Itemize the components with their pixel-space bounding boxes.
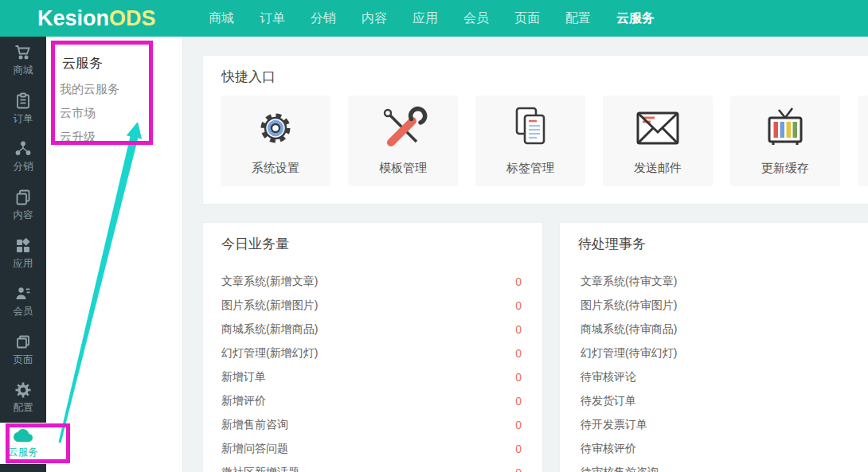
top-nav: 商城 订单 分销 内容 应用 会员 页面 配置 云服务 xyxy=(209,0,655,37)
row-label: 幻灯管理(新增幻灯) xyxy=(221,346,318,361)
nav-item-orders[interactable]: 订单 xyxy=(260,10,285,27)
sidebar-item-mall[interactable]: 商城 xyxy=(0,37,46,85)
quick-entry-card: 快捷入口 系统设置 模板管理 xyxy=(202,55,868,205)
nav-item-apps[interactable]: 应用 xyxy=(412,10,438,27)
row-label: 幻灯管理(待审幻灯) xyxy=(581,346,677,361)
table-row: 待审核评论 xyxy=(560,365,868,389)
sidebar-item-pages[interactable]: 页面 xyxy=(0,326,46,375)
app-header: KesionODS 商城 订单 分销 内容 应用 会员 页面 配置 云服务 xyxy=(0,0,868,37)
today-stats-rows: 文章系统(新增文章)0 图片系统(新增图片)0 商城系统(新增商品)0 幻灯管理… xyxy=(203,270,542,472)
quick-entry-tile-partial[interactable] xyxy=(858,96,868,186)
row-label: 待审核评价 xyxy=(581,442,636,456)
today-stats-card: 今日业务量 文章系统(新增文章)0 图片系统(新增图片)0 商城系统(新增商品)… xyxy=(202,222,543,472)
tile-label: 发送邮件 xyxy=(603,161,713,176)
row-label: 待发货订单 xyxy=(581,394,636,408)
sidebar-item-orders[interactable]: 订单 xyxy=(0,85,46,134)
sidebar-item-label: 商城 xyxy=(14,64,33,77)
row-label: 图片系统(待审图片) xyxy=(581,298,677,313)
icon-sidebar: 商城 订单 分销 内容 应用 会员 页面 配置 云服务 xyxy=(0,37,46,472)
row-value[interactable]: 0 xyxy=(515,347,522,360)
cart-icon xyxy=(14,44,32,61)
quick-entry-tile-send-mail[interactable]: 发送邮件 xyxy=(603,96,713,186)
nav-item-content[interactable]: 内容 xyxy=(362,10,387,27)
table-row: 图片系统(新增图片)0 xyxy=(203,294,542,318)
sidebar-item-distribution[interactable]: 分销 xyxy=(0,133,46,181)
row-value[interactable]: 0 xyxy=(515,466,522,472)
row-label: 微社区新增话题 xyxy=(221,466,299,472)
row-value[interactable]: 0 xyxy=(515,395,522,408)
row-label: 新增问答问题 xyxy=(221,442,288,456)
logo-brand: Kesion xyxy=(37,6,109,30)
row-label: 文章系统(新增文章) xyxy=(221,275,318,289)
row-value[interactable]: 0 xyxy=(515,323,522,336)
sidebar-item-members[interactable]: 会员 xyxy=(0,278,46,326)
quick-entry-tile-tag-manage[interactable]: 标签管理 xyxy=(475,96,585,186)
quick-entry-tile-system-settings[interactable]: 系统设置 xyxy=(221,96,330,186)
submenu-item-my-cloud[interactable]: 我的云服务 xyxy=(60,82,182,96)
table-row: 新增订单0 xyxy=(203,365,542,389)
pending-tasks-title: 待处理事务 xyxy=(560,223,868,253)
row-label: 图片系统(新增图片) xyxy=(221,298,318,313)
row-label: 商城系统(待审商品) xyxy=(581,322,677,337)
tags-documents-icon xyxy=(505,105,556,151)
row-label: 商城系统(新增商品) xyxy=(221,322,318,337)
tile-label: 标签管理 xyxy=(475,161,585,176)
quick-entry-tile-template-manage[interactable]: 模板管理 xyxy=(348,96,458,186)
sidebar-item-label: 页面 xyxy=(14,353,33,367)
row-label: 文章系统(待审文章) xyxy=(581,275,677,289)
tools-icon xyxy=(377,105,428,151)
row-value[interactable]: 0 xyxy=(515,419,522,431)
member-icon xyxy=(14,285,32,302)
table-row: 商城系统(新增商品)0 xyxy=(203,318,542,341)
tile-label: 更新缓存 xyxy=(730,161,840,176)
today-stats-title: 今日业务量 xyxy=(203,223,542,253)
row-value[interactable]: 0 xyxy=(515,371,522,384)
sidebar-item-content[interactable]: 内容 xyxy=(0,181,46,230)
table-row: 新增问答问题0 xyxy=(203,437,542,461)
row-value[interactable]: 0 xyxy=(515,275,522,288)
clipboard-icon xyxy=(14,92,32,110)
submenu-title: 云服务 xyxy=(62,54,182,72)
row-label: 新增评价 xyxy=(221,394,266,408)
table-row: 图片系统(待审图片) xyxy=(560,294,868,318)
sidebar-item-config[interactable]: 配置 xyxy=(0,374,46,423)
table-row: 商城系统(待审商品) xyxy=(560,318,868,341)
nav-item-pages[interactable]: 页面 xyxy=(514,10,540,27)
nav-item-distribution[interactable]: 分销 xyxy=(311,10,336,27)
cloud-icon xyxy=(13,427,33,443)
sidebar-item-label: 配置 xyxy=(14,401,33,415)
tv-cache-icon xyxy=(760,105,811,151)
row-label: 新增订单 xyxy=(221,370,266,384)
nav-item-mall[interactable]: 商城 xyxy=(209,10,234,27)
sidebar-item-label: 会员 xyxy=(14,305,33,318)
pending-tasks-card: 待处理事务 文章系统(待审文章) 图片系统(待审图片) 商城系统(待审商品) 幻… xyxy=(559,222,868,472)
table-row: 幻灯管理(新增幻灯)0 xyxy=(203,341,542,365)
table-row: 幻灯管理(待审幻灯) xyxy=(560,341,868,365)
nav-item-cloud-service[interactable]: 云服务 xyxy=(616,10,655,27)
row-value[interactable]: 0 xyxy=(515,443,522,455)
mail-icon xyxy=(632,105,683,151)
table-row: 文章系统(待审文章) xyxy=(560,270,868,294)
submenu-panel: 云服务 我的云服务 云市场 云升级 xyxy=(46,37,183,472)
table-row: 微社区新增话题0 xyxy=(203,461,542,472)
sidebar-item-label: 云服务 xyxy=(8,446,38,459)
row-label: 待审核评论 xyxy=(581,370,636,384)
row-value[interactable]: 0 xyxy=(515,299,522,312)
tile-label: 系统设置 xyxy=(221,161,330,176)
quick-entry-tile-update-cache[interactable]: 更新缓存 xyxy=(730,96,840,186)
blocks-icon xyxy=(14,237,32,255)
table-row: 新增评价0 xyxy=(203,389,542,413)
tile-label: 模板管理 xyxy=(348,161,458,176)
row-label: 新增售前咨询 xyxy=(221,418,288,432)
submenu-item-cloud-upgrade[interactable]: 云升级 xyxy=(60,130,182,144)
submenu-item-cloud-market[interactable]: 云市场 xyxy=(60,106,182,120)
sidebar-item-apps[interactable]: 应用 xyxy=(0,229,46,278)
logo-suffix: ODS xyxy=(109,6,156,30)
pages-icon xyxy=(14,334,32,351)
gear-settings-icon xyxy=(250,105,301,151)
nav-item-members[interactable]: 会员 xyxy=(463,10,489,27)
nav-item-config[interactable]: 配置 xyxy=(565,10,591,27)
table-row: 文章系统(新增文章)0 xyxy=(203,270,542,294)
app-logo[interactable]: KesionODS xyxy=(37,6,156,31)
sidebar-item-cloud-service[interactable]: 云服务 xyxy=(0,423,46,464)
